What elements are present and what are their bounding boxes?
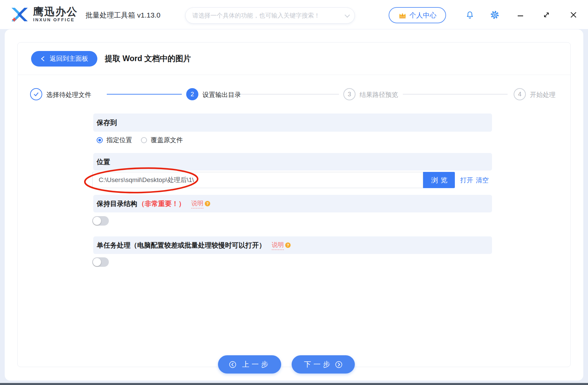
toggle-knob xyxy=(93,217,101,225)
back-to-dashboard-button[interactable]: 返回到主面板 xyxy=(31,51,97,67)
divider xyxy=(18,75,570,75)
brand-block: 鹰迅办公 INXUN OFFICE xyxy=(33,6,78,23)
important-note: （非常重要！） xyxy=(138,199,185,208)
radio-option-overwrite-original[interactable]: 覆盖原文件 xyxy=(141,136,183,145)
minimize-button[interactable] xyxy=(516,11,525,21)
user-center-label: 个人中心 xyxy=(410,11,437,20)
step-2-indicator: 2 xyxy=(186,88,198,100)
step-connector-1 xyxy=(107,94,182,95)
radio-unselected-icon[interactable] xyxy=(141,137,147,143)
radio-label[interactable]: 指定位置 xyxy=(106,136,132,145)
next-step-button[interactable]: 下一步 xyxy=(292,355,355,374)
step-4-label: 开始处理 xyxy=(530,91,556,99)
circle-right-icon xyxy=(335,361,343,368)
location-title: 位置 xyxy=(97,157,110,166)
step-3-label: 结果路径预览 xyxy=(360,91,398,99)
radio-selected-icon[interactable] xyxy=(97,137,103,143)
location-section-header: 位置 xyxy=(93,153,492,171)
close-button[interactable] xyxy=(569,10,578,20)
step-connector-2 xyxy=(241,94,339,95)
keep-structure-section-header: 保持目录结构 （非常重要！） 说明 ? xyxy=(93,195,492,212)
logo: 鹰迅办公 INXUN OFFICE xyxy=(9,6,78,23)
keep-structure-title: 保持目录结构 xyxy=(97,199,137,208)
page-title: 提取 Word 文档中的图片 xyxy=(105,53,191,64)
single-task-help-link[interactable]: 说明 xyxy=(272,241,284,250)
back-button-label: 返回到主面板 xyxy=(50,54,88,63)
logo-x-icon xyxy=(9,6,30,23)
step-1-indicator xyxy=(30,88,42,100)
maximize-button[interactable] xyxy=(542,10,551,20)
search-input[interactable] xyxy=(192,12,345,19)
keep-structure-help-link[interactable]: 说明 xyxy=(191,199,203,208)
brand-name-cn: 鹰迅办公 xyxy=(33,6,78,17)
help-question-icon[interactable]: ? xyxy=(285,242,291,248)
check-icon xyxy=(32,91,40,98)
keep-structure-toggle[interactable] xyxy=(92,216,109,226)
save-to-section-header: 保存到 xyxy=(93,113,492,132)
single-task-toggle[interactable] xyxy=(92,257,109,267)
back-chevron-icon xyxy=(40,56,46,62)
function-search-box[interactable] xyxy=(185,7,355,24)
help-question-icon[interactable]: ? xyxy=(205,201,210,206)
radio-option-specified-location[interactable]: 指定位置 xyxy=(97,136,132,145)
single-task-section-header: 单任务处理（电脑配置较差或批量处理较慢时可以打开） 说明 ? xyxy=(93,236,492,254)
window-bottom-edge xyxy=(0,383,588,385)
app-title: 批量处理工具箱 v1.13.0 xyxy=(85,10,161,20)
step-2-label: 设置输出目录 xyxy=(202,91,241,99)
toggle-knob xyxy=(93,258,101,266)
previous-step-label: 上一步 xyxy=(242,360,271,369)
circle-left-icon xyxy=(229,361,237,368)
open-folder-link[interactable]: 打开 xyxy=(460,176,473,185)
browse-button[interactable]: 浏览 xyxy=(423,172,455,188)
brand-name-en: INXUN OFFICE xyxy=(33,17,78,23)
titlebar: 鹰迅办公 INXUN OFFICE 批量处理工具箱 v1.13.0 个人中心 xyxy=(0,0,588,29)
next-step-label: 下一步 xyxy=(304,360,333,369)
notification-bell-icon[interactable] xyxy=(465,10,474,20)
save-to-title: 保存到 xyxy=(97,118,117,127)
radio-label[interactable]: 覆盖原文件 xyxy=(151,136,183,145)
step-4-indicator: 4 xyxy=(514,88,526,100)
crown-icon xyxy=(398,12,407,19)
clear-path-link[interactable]: 清空 xyxy=(476,176,489,185)
chevron-down-icon[interactable] xyxy=(345,12,350,18)
step-connector-3 xyxy=(403,94,508,95)
app-window: 鹰迅办公 INXUN OFFICE 批量处理工具箱 v1.13.0 个人中心 xyxy=(0,0,588,385)
settings-gear-icon[interactable] xyxy=(490,10,499,20)
single-task-title: 单任务处理（电脑配置较差或批量处理较慢时可以打开） xyxy=(97,241,266,250)
step-1-label: 选择待处理文件 xyxy=(46,91,91,99)
user-center-button[interactable]: 个人中心 xyxy=(389,7,446,23)
step-3-indicator: 3 xyxy=(343,88,356,100)
output-path-input[interactable] xyxy=(92,172,423,188)
save-to-options: 指定位置 覆盖原文件 xyxy=(97,136,183,145)
previous-step-button[interactable]: 上一步 xyxy=(218,355,281,374)
